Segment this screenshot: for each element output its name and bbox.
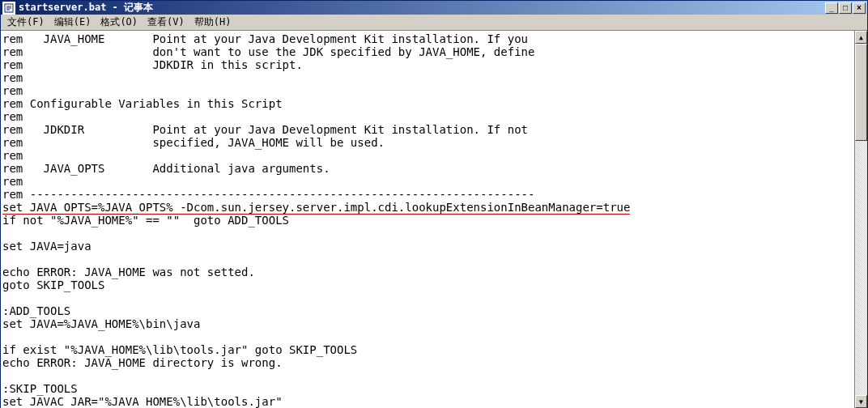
editor-line xyxy=(2,330,854,343)
editor-line: rem JAVA_OPTS Additional java arguments. xyxy=(2,162,854,175)
editor-line: rem xyxy=(2,110,854,123)
notepad-window: startserver.bat - 记事本 _ □ × 文件(F) 编辑(E) … xyxy=(0,0,868,408)
window-controls: _ □ × xyxy=(825,2,866,14)
editor-line: goto SKIP_TOOLS xyxy=(2,278,854,291)
vertical-scrollbar[interactable]: ▲ ▼ xyxy=(854,31,867,408)
menubar: 文件(F) 编辑(E) 格式(O) 查看(V) 帮助(H) xyxy=(1,15,867,31)
editor-line: rem JDKDIR in this script. xyxy=(2,58,854,71)
editor-line: rem xyxy=(2,149,854,162)
editor-line: rem xyxy=(2,175,854,188)
editor-line xyxy=(2,369,854,382)
editor-line: rem JDKDIR Point at your Java Developmen… xyxy=(2,123,854,136)
editor-line: :SKIP_TOOLS xyxy=(2,382,854,395)
editor-line: rem Configurable Variables in this Scrip… xyxy=(2,97,854,110)
content-area: rem JAVA_HOME Point at your Java Develop… xyxy=(1,31,867,408)
editor-line: if not "%JAVA_HOME%" == "" goto ADD_TOOL… xyxy=(2,214,854,227)
menu-edit[interactable]: 编辑(E) xyxy=(49,14,96,31)
scroll-down-button[interactable]: ▼ xyxy=(855,395,867,408)
editor-line: if exist "%JAVA_HOME%\lib\tools.jar" got… xyxy=(2,343,854,356)
scroll-thumb[interactable] xyxy=(855,44,867,141)
editor-line: rem xyxy=(2,84,854,97)
minimize-button[interactable]: _ xyxy=(825,2,838,14)
maximize-button[interactable]: □ xyxy=(839,2,852,14)
close-button[interactable]: × xyxy=(853,2,866,14)
editor-line: set JAVA_OPTS=%JAVA_OPTS% -Dcom.sun.jers… xyxy=(2,201,854,214)
menu-view[interactable]: 查看(V) xyxy=(143,14,189,31)
scroll-up-button[interactable]: ▲ xyxy=(855,31,867,44)
titlebar[interactable]: startserver.bat - 记事本 _ □ × xyxy=(1,1,867,15)
editor-line: set JAVA=%JAVA_HOME%\bin\java xyxy=(2,317,854,330)
editor-line: rem ------------------------------------… xyxy=(2,188,854,201)
editor-line: rem JAVA_HOME Point at your Java Develop… xyxy=(2,32,854,45)
editor-line: set JAVAC_JAR="%JAVA_HOME%\lib\tools.jar… xyxy=(2,395,854,408)
scroll-track[interactable] xyxy=(855,44,867,395)
editor-line xyxy=(2,227,854,240)
menu-file[interactable]: 文件(F) xyxy=(2,14,49,31)
editor-line xyxy=(2,253,854,266)
editor-line: echo ERROR: JAVA_HOME directory is wrong… xyxy=(2,356,854,369)
menu-help[interactable]: 帮助(H) xyxy=(189,14,236,31)
text-editor[interactable]: rem JAVA_HOME Point at your Java Develop… xyxy=(1,31,854,408)
menu-format[interactable]: 格式(O) xyxy=(96,14,143,31)
app-icon xyxy=(2,2,15,15)
editor-line: rem specified, JAVA_HOME will be used. xyxy=(2,136,854,149)
editor-line: rem don't want to use the JDK specified … xyxy=(2,45,854,58)
editor-line: rem xyxy=(2,71,854,84)
window-title: startserver.bat - 记事本 xyxy=(19,1,825,15)
editor-line: set JAVA=java xyxy=(2,240,854,253)
editor-line xyxy=(2,291,854,304)
editor-line: echo ERROR: JAVA_HOME was not setted. xyxy=(2,266,854,278)
editor-line: :ADD_TOOLS xyxy=(2,304,854,317)
